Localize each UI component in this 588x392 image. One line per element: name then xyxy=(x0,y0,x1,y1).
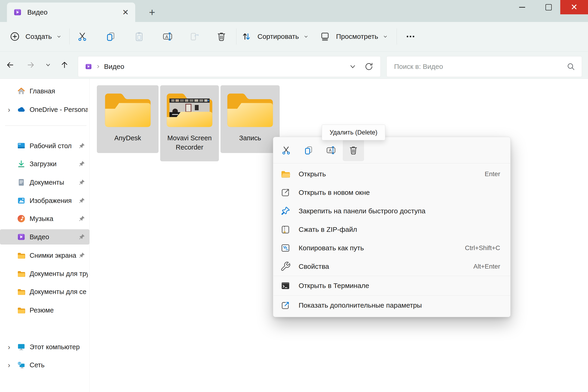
menu-item-open[interactable]: Открыть Enter xyxy=(273,165,510,183)
sort-button[interactable]: Сортировать xyxy=(241,26,309,47)
open-new-window-icon xyxy=(280,187,291,198)
sidebar-item-music[interactable]: Музыка xyxy=(0,211,90,226)
pin-icon xyxy=(78,197,86,204)
rename-icon: A xyxy=(326,145,336,156)
menu-item-open-new-window[interactable]: Открыть в новом окне xyxy=(273,183,510,202)
chevron-right-icon xyxy=(96,64,101,69)
desktop-icon xyxy=(17,141,26,150)
video-folder-icon xyxy=(13,8,22,17)
menu-item-copy-as-path[interactable]: Копировать как путь Ctrl+Shift+C xyxy=(273,239,510,257)
up-button[interactable] xyxy=(57,58,72,72)
rename-button[interactable]: A xyxy=(159,26,176,47)
menu-item-pin-quick-access[interactable]: Закрепить на панели быстрого доступа xyxy=(273,202,510,220)
address-bar[interactable]: Видео xyxy=(78,56,381,77)
sidebar-item-resume[interactable]: Резюме xyxy=(0,302,90,318)
expand-chevron-icon[interactable]: › xyxy=(6,343,12,351)
sidebar-item-docs-cert[interactable]: Документы для се xyxy=(0,284,90,299)
cut-button[interactable] xyxy=(74,26,91,47)
menu-delete-button[interactable] xyxy=(343,139,364,161)
sidebar-item-pictures[interactable]: Изображения xyxy=(0,193,90,208)
back-arrow-icon xyxy=(6,60,15,70)
folder-icon xyxy=(17,287,26,296)
toolbar: Создать xyxy=(0,22,588,52)
menu-item-show-more-options[interactable]: Показать дополнительные параметры xyxy=(273,296,510,315)
folder-icon xyxy=(226,90,274,130)
share-button[interactable] xyxy=(186,26,203,47)
sidebar-item-home[interactable]: Главная xyxy=(0,84,90,99)
pin-icon xyxy=(78,215,86,222)
shortcut: Alt+Enter xyxy=(473,263,500,270)
search-input[interactable] xyxy=(394,62,566,71)
sidebar-section-divider xyxy=(5,126,86,126)
tab-close-icon[interactable]: ✕ xyxy=(119,6,132,19)
delete-tooltip: Удалить (Delete) xyxy=(322,124,385,140)
svg-text:A: A xyxy=(165,34,168,39)
menu-item-open-in-terminal[interactable]: Открыть в Терминале xyxy=(273,276,510,296)
forward-button[interactable] xyxy=(23,58,38,72)
sidebar-item-screenshots[interactable]: Снимки экрана xyxy=(0,248,90,263)
folder-icon-with-thumbnail xyxy=(165,90,214,130)
context-menu: A Открыть Enter xyxy=(273,137,510,317)
maximize-button[interactable] xyxy=(538,0,559,14)
pictures-icon xyxy=(17,196,26,205)
svg-text:A: A xyxy=(329,148,332,153)
home-icon xyxy=(17,86,26,96)
expand-chevron-icon[interactable]: › xyxy=(6,361,12,369)
chevron-down-icon xyxy=(56,34,62,40)
paste-button[interactable] xyxy=(130,26,148,47)
open-folder-icon xyxy=(280,169,291,179)
sidebar-item-downloads[interactable]: Загрузки xyxy=(0,156,90,172)
menu-cut-button[interactable] xyxy=(276,139,297,161)
chevron-down-icon xyxy=(303,34,309,40)
folder-tile-anydesk[interactable]: AnyDesk xyxy=(97,85,158,153)
menu-rename-button[interactable]: A xyxy=(320,139,342,161)
video-folder-icon xyxy=(84,63,92,70)
menu-item-zip[interactable]: Сжать в ZIP-файл xyxy=(273,220,510,239)
sidebar-item-video[interactable]: Видео xyxy=(0,229,90,244)
pin-icon xyxy=(78,252,86,259)
expand-chevron-icon[interactable]: › xyxy=(6,106,12,114)
menu-item-properties[interactable]: Свойства Alt+Enter xyxy=(273,257,510,276)
show-more-options-icon xyxy=(280,300,291,311)
search-icon[interactable] xyxy=(566,62,575,71)
copy-button[interactable] xyxy=(102,26,120,47)
sidebar-item-onedrive[interactable]: › OneDrive - Persona xyxy=(0,102,90,117)
view-button[interactable]: Просмотреть xyxy=(320,26,388,47)
sidebar-item-desktop[interactable]: Рабочий стол xyxy=(0,138,90,154)
delete-button[interactable] xyxy=(213,26,230,47)
sidebar-item-documents[interactable]: Документы xyxy=(0,175,90,190)
sidebar-item-this-pc[interactable]: › Этот компьютер xyxy=(0,339,90,354)
back-button[interactable] xyxy=(3,58,18,72)
address-dropdown-icon[interactable] xyxy=(348,62,357,71)
close-button[interactable]: ✕ xyxy=(560,0,588,14)
toolbar-divider xyxy=(69,28,70,44)
maximize-icon xyxy=(546,4,552,10)
folder-icon xyxy=(17,251,26,260)
file-name: Запись xyxy=(222,133,278,142)
zip-icon xyxy=(280,224,291,235)
file-name: Movavi Screen Recorder xyxy=(162,133,217,152)
new-tab-button[interactable]: + xyxy=(145,6,159,19)
minimize-button[interactable] xyxy=(512,0,532,14)
tab-video[interactable]: Видео ✕ xyxy=(7,2,135,22)
video-folder-icon xyxy=(17,232,26,242)
folder-tile-zapis[interactable]: Запись xyxy=(220,85,280,153)
rename-icon: A xyxy=(162,31,173,42)
shortcut: Enter xyxy=(485,170,500,178)
refresh-icon[interactable] xyxy=(364,62,374,71)
terminal-icon xyxy=(280,280,291,291)
documents-icon xyxy=(17,178,26,187)
sidebar-item-network[interactable]: › Сеть xyxy=(0,357,90,372)
more-options-button[interactable] xyxy=(401,26,420,47)
folder-icon xyxy=(104,90,152,130)
view-icon xyxy=(320,31,330,42)
file-name: AnyDesk xyxy=(99,133,157,142)
menu-copy-button[interactable] xyxy=(298,139,319,161)
new-button[interactable]: Создать xyxy=(9,26,62,47)
folder-tile-movavi[interactable]: Movavi Screen Recorder xyxy=(160,85,219,161)
recent-locations-button[interactable] xyxy=(41,58,56,72)
search-box[interactable] xyxy=(386,56,582,77)
sidebar-item-docs-labor[interactable]: Документы для тру xyxy=(0,266,90,281)
breadcrumb[interactable]: Видео xyxy=(104,63,348,70)
file-explorer-window: Видео ✕ + ✕ Создать xyxy=(0,0,588,392)
